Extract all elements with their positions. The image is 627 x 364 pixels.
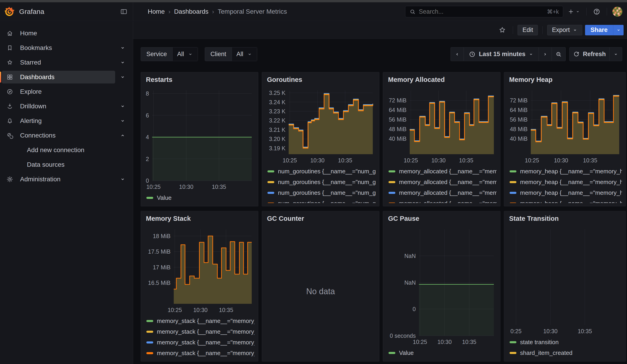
- time-forward-button[interactable]: [539, 48, 552, 61]
- legend-item[interactable]: memory_heap {__name__="memory_h: [508, 188, 622, 198]
- legend-item[interactable]: memory_stack {__name__="memory_s: [145, 326, 255, 337]
- filter-value-dropdown[interactable]: All: [232, 48, 257, 61]
- legend-item[interactable]: num_goroutines {__name__="num_go: [266, 166, 375, 177]
- edit-button[interactable]: Edit: [518, 25, 538, 35]
- legend-item[interactable]: Value: [145, 193, 255, 203]
- export-button[interactable]: Export: [547, 25, 582, 35]
- legend-item[interactable]: memory_allocated {__name__="memo: [387, 188, 497, 198]
- sidebar-item-data-sources[interactable]: Data sources: [2, 158, 115, 171]
- brand-title[interactable]: Grafana: [19, 8, 45, 15]
- legend-item[interactable]: memory_stack {__name__="memory_s: [145, 337, 255, 348]
- legend-item[interactable]: num_goroutines {__name__="num_go: [266, 198, 375, 203]
- legend-item[interactable]: Value: [387, 348, 497, 358]
- breadcrumb-home[interactable]: Home: [148, 8, 165, 15]
- svg-text:17 MiB: 17 MiB: [153, 264, 170, 270]
- sidebar-item-drilldown[interactable]: Drilldown: [2, 100, 115, 113]
- panel-title[interactable]: Goroutines: [267, 76, 375, 84]
- chart-memory_stack[interactable]: 16.5 MiB17 MiB17.5 MiB18 MiB10:2510:3010…: [145, 225, 255, 314]
- sidebar-item-bookmarks[interactable]: Bookmarks: [2, 42, 115, 54]
- legend-label: Value: [157, 194, 172, 201]
- legend-item[interactable]: num_goroutines {__name__="num_go: [266, 188, 375, 198]
- chevron-down-icon[interactable]: [118, 43, 127, 53]
- refresh-button[interactable]: Refresh: [570, 48, 610, 61]
- chart-memory_heap[interactable]: 40 MiB48 MiB56 MiB64 MiB72 MiB10:2510:30…: [508, 86, 622, 165]
- refresh-group: Refresh: [569, 47, 622, 61]
- chevron-down-icon[interactable]: [118, 116, 127, 126]
- chevron-down-icon[interactable]: [118, 174, 127, 184]
- chart-gc_pause[interactable]: NaNNaN00 seconds10:2510:3010:35: [387, 225, 497, 346]
- legend-item[interactable]: shard_item_created: [508, 348, 622, 358]
- panel-title[interactable]: Memory Heap: [509, 76, 622, 84]
- sidebar-item-dashboards[interactable]: Dashboards: [2, 71, 115, 84]
- header-brand-section: Grafana: [0, 2, 133, 21]
- panel-title[interactable]: GC Counter: [267, 215, 375, 223]
- favorite-star-icon[interactable]: [496, 26, 508, 34]
- panel-title[interactable]: GC Pause: [388, 215, 497, 222]
- legend-label: memory_stack {__name__="memory_s: [157, 328, 255, 335]
- legend-label: memory_heap {__name__="memory_h: [520, 179, 622, 186]
- user-avatar[interactable]: [612, 7, 623, 17]
- export-label: Export: [552, 26, 570, 34]
- panel-title[interactable]: State Transition: [509, 215, 622, 222]
- share-dropdown-button[interactable]: [613, 25, 624, 35]
- legend-item[interactable]: memory_allocated {__name__="memo: [387, 198, 497, 203]
- chart-goroutines[interactable]: 3.19 K3.20 K3.21 K3.22 K3.23 K3.24 K3.25…: [266, 86, 375, 165]
- add-new-button[interactable]: [566, 8, 582, 15]
- time-range-group: Last 15 minutes: [451, 47, 566, 61]
- sidebar-item-home[interactable]: Home: [2, 27, 115, 40]
- filter-value: All: [177, 51, 184, 58]
- grafana-logo-icon[interactable]: [4, 6, 15, 17]
- refresh-interval-dropdown[interactable]: [610, 48, 622, 61]
- legend-item[interactable]: memory_allocated {__name__="memo: [387, 166, 497, 177]
- legend-item[interactable]: memory_heap {__name__="memory_h: [508, 166, 622, 177]
- chart-restarts[interactable]: 0246810:2510:3010:35: [145, 86, 255, 191]
- legend-item[interactable]: memory_heap {__name__="memory_h: [508, 177, 622, 188]
- sidebar-toggle-icon[interactable]: [120, 8, 127, 15]
- chevron-up-icon[interactable]: [118, 131, 127, 140]
- legend-marker: [510, 203, 517, 203]
- active-indicator: [0, 72, 1, 83]
- help-icon[interactable]: [591, 8, 603, 15]
- svg-text:10:25: 10:25: [525, 157, 539, 163]
- drilldown-icon: [6, 103, 13, 110]
- legend-marker: [146, 197, 153, 199]
- search-box[interactable]: ⌘+k: [405, 6, 563, 17]
- svg-text:64 MiB: 64 MiB: [389, 107, 407, 113]
- sidebar-item-explore[interactable]: Explore: [2, 85, 115, 98]
- sidebar-item-alerting[interactable]: Alerting: [2, 114, 115, 127]
- chevron-down-icon[interactable]: [118, 72, 127, 82]
- zoom-out-button[interactable]: [552, 48, 566, 61]
- chart-state_transition[interactable]: 0:2510:3010:35: [508, 225, 622, 335]
- chevron-down-icon[interactable]: [118, 102, 127, 111]
- divider: [586, 8, 587, 15]
- sidebar-item-label: Data sources: [27, 161, 64, 168]
- chevron-down-icon: [528, 52, 533, 57]
- sidebar-item-administration[interactable]: Administration: [2, 173, 115, 186]
- share-button[interactable]: Share: [585, 25, 613, 35]
- legend-item[interactable]: memory_stack {__name__="memory_s: [145, 316, 255, 326]
- filter-label: Service: [141, 48, 173, 61]
- sidebar-item-starred[interactable]: Starred: [2, 56, 115, 69]
- svg-text:48 MiB: 48 MiB: [510, 126, 527, 132]
- panel-title[interactable]: Memory Allocated: [388, 76, 497, 84]
- breadcrumb-dashboards[interactable]: Dashboards: [174, 8, 209, 15]
- panel-gc_pause: GC PauseNaNNaN00 seconds10:2510:3010:35V…: [383, 211, 500, 362]
- svg-text:6: 6: [146, 112, 149, 119]
- filter-value-dropdown[interactable]: All: [173, 48, 198, 61]
- content-area: Edit Export Share: [133, 21, 627, 364]
- chevron-down-icon[interactable]: [118, 58, 127, 67]
- legend-item[interactable]: num_goroutines {__name__="num_go: [266, 177, 375, 188]
- sidebar-item-connections[interactable]: Connections: [2, 129, 115, 142]
- legend-item[interactable]: state transition: [508, 337, 622, 348]
- svg-text:10:35: 10:35: [338, 157, 352, 163]
- chart-memory_allocated[interactable]: 40 MiB48 MiB56 MiB64 MiB72 MiB10:2510:30…: [387, 86, 497, 165]
- legend-item[interactable]: memory_stack {__name__="memory_s: [145, 348, 255, 358]
- panel-title[interactable]: Memory Stack: [146, 215, 255, 223]
- time-back-button[interactable]: [451, 48, 464, 61]
- legend-item[interactable]: memory_allocated {__name__="memo: [387, 177, 497, 188]
- sidebar-item-add-new-connection[interactable]: Add new connection: [2, 144, 115, 156]
- search-input[interactable]: [419, 8, 544, 15]
- legend-item[interactable]: memory_heap {__name__="memory_h: [508, 198, 622, 203]
- panel-title[interactable]: Restarts: [146, 76, 255, 84]
- time-range-picker[interactable]: Last 15 minutes: [464, 48, 539, 61]
